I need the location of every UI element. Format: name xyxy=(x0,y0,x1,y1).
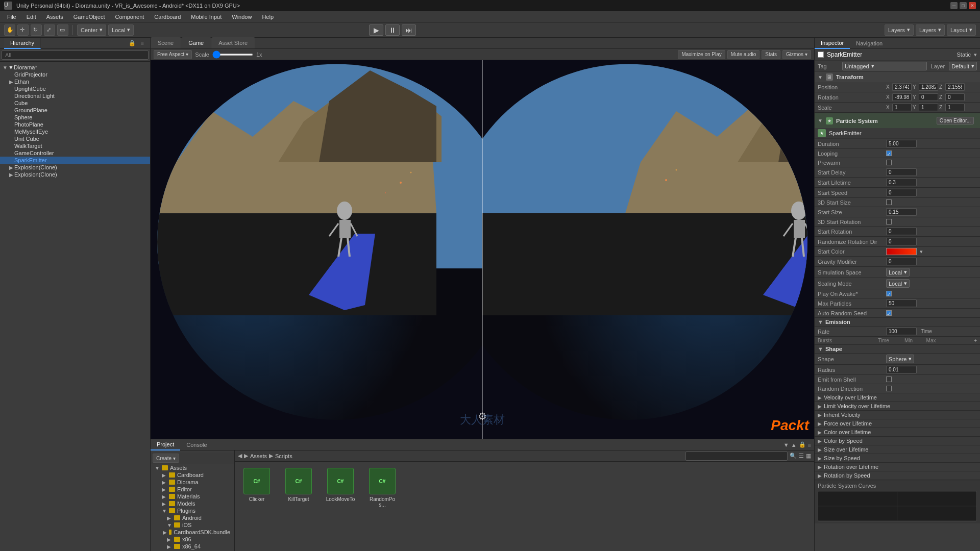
tab-asset-store[interactable]: Asset Store xyxy=(211,37,255,48)
randomize-rotation-field[interactable] xyxy=(886,238,917,245)
rotation-speed-section[interactable]: ▶ Rotation by Speed xyxy=(815,471,980,480)
free-aspect-btn[interactable]: Free Aspect ▾ xyxy=(154,50,192,59)
emit-from-shell-checkbox[interactable] xyxy=(886,377,892,382)
account-dropdown[interactable]: Inspector Layers ▾ xyxy=(885,24,914,36)
hierarchy-search[interactable] xyxy=(2,51,149,60)
hierarchy-item-gridprojector[interactable]: GridProjector xyxy=(0,71,150,78)
layout-dropdown[interactable]: Layout ▾ xyxy=(947,24,976,36)
create-btn[interactable]: Create ▾ xyxy=(153,454,179,463)
hierarchy-item-ethan[interactable]: ▶ Ethan xyxy=(0,78,150,85)
tool-hand[interactable]: ✋ xyxy=(4,24,15,36)
tool-rotate[interactable]: ↻ xyxy=(31,24,42,36)
hierarchy-item-memyselfeye[interactable]: MeMyselfEye xyxy=(0,128,150,135)
tab-scene[interactable]: Scene xyxy=(151,37,181,48)
grid-view-icon[interactable]: ▦ xyxy=(806,453,811,459)
scale-z-field[interactable] xyxy=(945,104,965,111)
menu-icon[interactable]: ≡ xyxy=(808,442,811,448)
folder-materials[interactable]: ▶ Materials xyxy=(151,493,234,500)
play-on-awake-checkbox[interactable]: ✓ xyxy=(886,291,892,296)
inherit-velocity-section[interactable]: ▶ Inherit Velocity xyxy=(815,411,980,419)
list-view-icon[interactable]: ☰ xyxy=(799,453,804,459)
start-size-field[interactable] xyxy=(886,208,917,216)
hierarchy-menu[interactable]: ≡ xyxy=(139,40,146,46)
menu-gameobject[interactable]: GameObject xyxy=(68,13,110,21)
rot-y-field[interactable] xyxy=(919,93,938,101)
asset-clicker[interactable]: C# Clicker xyxy=(239,466,275,510)
folder-models[interactable]: ▶ Models xyxy=(151,500,234,507)
bursts-add[interactable]: + xyxy=(974,338,977,343)
hierarchy-item-explosion1[interactable]: ▶ Explosion(Clone) xyxy=(0,164,150,171)
3d-start-size-checkbox[interactable] xyxy=(886,199,892,205)
rot-z-field[interactable] xyxy=(945,93,965,101)
assets-search[interactable] xyxy=(685,452,788,461)
hierarchy-item-photoplane[interactable]: PhotoPlane xyxy=(0,121,150,128)
tag-dropdown[interactable]: Untagged ▾ xyxy=(842,62,927,70)
hierarchy-item-walktarget[interactable]: WalkTarget xyxy=(0,142,150,149)
folder-x86[interactable]: ▶ x86 xyxy=(151,536,234,543)
shape-section[interactable]: ▼ Shape xyxy=(815,345,980,354)
menu-help[interactable]: Help xyxy=(257,13,279,21)
auto-random-seed-checkbox[interactable]: ✓ xyxy=(886,310,892,316)
velocity-lifetime-section[interactable]: ▶ Velocity over Lifetime xyxy=(815,393,980,402)
menu-cardboard[interactable]: Cardboard xyxy=(149,13,186,21)
pause-button[interactable]: ⏸ xyxy=(385,24,400,36)
particle-system-header[interactable]: ▼ ★ Particle System Open Editor... xyxy=(815,113,980,128)
start-color-swatch[interactable] xyxy=(886,248,917,255)
limit-velocity-section[interactable]: ▶ Limit Velocity over Lifetime xyxy=(815,402,980,411)
looping-checkbox[interactable]: ✓ xyxy=(886,151,892,156)
hierarchy-lock[interactable]: 🔒 xyxy=(127,40,138,46)
hierarchy-item-cube[interactable]: Cube xyxy=(0,99,150,107)
folder-diorama[interactable]: ▶ Diorama xyxy=(151,479,234,486)
prewarm-checkbox[interactable] xyxy=(886,160,892,165)
navigation-tab[interactable]: Navigation xyxy=(850,38,889,49)
menu-mobile-input[interactable]: Mobile Input xyxy=(186,13,227,21)
tool-scale[interactable]: ⤢ xyxy=(44,24,55,36)
tool-move[interactable]: ✛ xyxy=(17,24,29,36)
folder-x86-64[interactable]: ▶ x86_64 xyxy=(151,543,234,550)
rate-field[interactable] xyxy=(886,328,917,335)
collapse-icon[interactable]: ▼ xyxy=(783,442,789,448)
pos-y-field[interactable] xyxy=(919,83,938,91)
tool-rect[interactable]: ▭ xyxy=(57,24,68,36)
emission-section[interactable]: ▼ Emission xyxy=(815,318,980,327)
layers-dropdown[interactable]: Layers ▾ xyxy=(916,24,945,36)
layer-dropdown[interactable]: Default ▾ xyxy=(949,62,977,70)
start-rotation-field[interactable] xyxy=(886,228,917,235)
folder-ios[interactable]: ▼ iOS xyxy=(151,521,234,529)
shape-dropdown[interactable]: Sphere ▾ xyxy=(886,355,914,363)
expand-icon[interactable]: ▲ xyxy=(791,442,797,448)
maximize-on-play-btn[interactable]: Maximize on Play xyxy=(678,50,725,59)
color-lifetime-section[interactable]: ▶ Color over Lifetime xyxy=(815,428,980,437)
minimize-button[interactable]: ─ xyxy=(950,2,958,9)
local-dropdown[interactable]: Local ▾ xyxy=(108,24,134,36)
scale-x-field[interactable] xyxy=(892,104,912,111)
rot-x-field[interactable] xyxy=(892,93,912,101)
stats-btn[interactable]: Stats xyxy=(762,50,780,59)
folder-cardboardsdk[interactable]: ▶ CardboardSDK.bundle xyxy=(151,529,234,536)
transform-header[interactable]: ▼ ⊞ Transform xyxy=(815,72,980,82)
scale-y-field[interactable] xyxy=(919,104,938,111)
size-lifetime-section[interactable]: ▶ Size over Lifetime xyxy=(815,445,980,454)
folder-android[interactable]: ▶ Android xyxy=(151,514,234,521)
size-speed-section[interactable]: ▶ Size by Speed xyxy=(815,454,980,463)
hierarchy-item-explosion2[interactable]: ▶ Explosion(Clone) xyxy=(0,171,150,178)
max-particles-field[interactable] xyxy=(886,299,917,307)
hierarchy-item-gamecontroller[interactable]: GameController xyxy=(0,149,150,157)
menu-assets[interactable]: Assets xyxy=(41,13,68,21)
folder-plugins[interactable]: ▼ Plugins xyxy=(151,507,234,514)
menu-window[interactable]: Window xyxy=(227,13,257,21)
active-checkbox[interactable] xyxy=(818,52,824,58)
tab-hierarchy[interactable]: Hierarchy xyxy=(4,38,41,49)
color-speed-section[interactable]: ▶ Color by Speed xyxy=(815,437,980,445)
hierarchy-item-groundplane[interactable]: GroundPlane xyxy=(0,107,150,114)
hierarchy-item-unitcube[interactable]: Unit Cube xyxy=(0,135,150,142)
close-button[interactable]: ✕ xyxy=(969,2,976,9)
gizmos-btn[interactable]: Gizmos ▾ xyxy=(782,50,811,59)
menu-edit[interactable]: Edit xyxy=(21,13,41,21)
hierarchy-item-sparkemitter[interactable]: SparkEmitter xyxy=(0,157,150,164)
simulation-space-dropdown[interactable]: Local ▾ xyxy=(886,268,910,277)
force-lifetime-section[interactable]: ▶ Force over Lifetime xyxy=(815,419,980,428)
asset-lookmoveto[interactable]: C# LookMoveTo xyxy=(323,466,358,510)
color-arrow[interactable]: ▾ xyxy=(920,248,923,255)
pos-x-field[interactable] xyxy=(892,83,912,91)
